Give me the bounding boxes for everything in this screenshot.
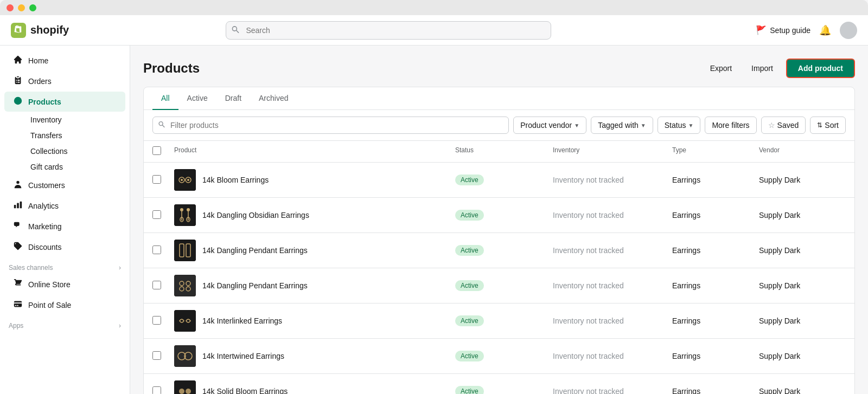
svg-point-27 bbox=[186, 389, 191, 394]
row-checkbox[interactable] bbox=[152, 316, 161, 325]
vendor-cell: Supply Dark bbox=[759, 352, 846, 360]
sidebar-item-transfers[interactable]: Transfers bbox=[26, 128, 125, 143]
svg-rect-22 bbox=[174, 345, 196, 367]
user-avatar[interactable] bbox=[840, 22, 857, 39]
products-table: Product Status Inventory Type Vendor 14k… bbox=[144, 141, 854, 394]
sidebar-item-collections[interactable]: Collections bbox=[26, 144, 125, 159]
status-cell: Active bbox=[455, 280, 553, 291]
svg-point-4 bbox=[181, 179, 183, 181]
more-filters-label: More filters bbox=[712, 121, 749, 130]
filter-products-input[interactable] bbox=[152, 117, 509, 134]
export-button[interactable]: Export bbox=[704, 60, 738, 77]
sort-button[interactable]: ⇅ Sort bbox=[810, 117, 846, 134]
sidebar-online-store-label: Online Store bbox=[28, 280, 71, 289]
sidebar-item-analytics[interactable]: Analytics bbox=[4, 196, 125, 216]
table-header: Product Status Inventory Type Vendor bbox=[144, 141, 854, 163]
inventory-cell: Inventory not tracked bbox=[553, 387, 672, 394]
svg-rect-25 bbox=[174, 380, 196, 394]
type-cell: Earrings bbox=[672, 246, 759, 255]
product-cell: 14k Intertwined Earrings bbox=[174, 345, 455, 367]
apps-label: Apps bbox=[9, 322, 23, 330]
status-cell: Active bbox=[455, 351, 553, 361]
discounts-icon bbox=[13, 241, 23, 253]
sidebar-item-gift-cards[interactable]: Gift cards bbox=[26, 159, 125, 175]
vendor-cell: Supply Dark bbox=[759, 317, 846, 325]
tab-draft[interactable]: Draft bbox=[216, 87, 250, 110]
product-tabs: All Active Draft Archived bbox=[144, 87, 854, 110]
product-name[interactable]: 14k Bloom Earrings bbox=[202, 176, 269, 184]
sidebar-item-point-of-sale[interactable]: Point of Sale bbox=[4, 295, 125, 315]
type-col-header: Type bbox=[672, 146, 759, 157]
row-checkbox-cell bbox=[152, 175, 174, 185]
sidebar-item-marketing[interactable]: Marketing bbox=[4, 216, 125, 236]
type-cell: Earrings bbox=[672, 387, 759, 394]
product-name[interactable]: 14k Dangling Pendant Earrings bbox=[202, 281, 308, 290]
select-all-checkbox[interactable] bbox=[152, 146, 161, 155]
status-badge: Active bbox=[455, 280, 484, 291]
close-button[interactable] bbox=[7, 4, 14, 11]
main-content: Products Export Import Add product All A… bbox=[130, 46, 868, 394]
tab-archived[interactable]: Archived bbox=[250, 87, 297, 110]
app-layout: Home Orders Products Inventory Transfers… bbox=[0, 46, 868, 394]
row-checkbox[interactable] bbox=[152, 386, 161, 395]
flag-icon: 🚩 bbox=[756, 25, 767, 35]
svg-point-26 bbox=[179, 389, 184, 394]
product-thumbnail bbox=[174, 380, 196, 394]
sidebar-item-products[interactable]: Products bbox=[4, 92, 125, 112]
sidebar-home-label: Home bbox=[28, 56, 48, 65]
point-of-sale-icon bbox=[13, 299, 23, 311]
product-name[interactable]: 14k Dangling Pendant Earrings bbox=[202, 246, 308, 255]
product-col-header: Product bbox=[174, 146, 455, 157]
marketing-icon bbox=[13, 221, 23, 232]
status-filter[interactable]: Status ▼ bbox=[658, 117, 701, 134]
row-checkbox-cell bbox=[152, 246, 174, 256]
apps-chevron: › bbox=[119, 322, 121, 330]
row-checkbox[interactable] bbox=[152, 175, 161, 184]
sidebar-item-customers[interactable]: Customers bbox=[4, 175, 125, 195]
vendor-filter-chevron-icon: ▼ bbox=[574, 122, 579, 128]
row-checkbox[interactable] bbox=[152, 246, 161, 254]
inventory-cell: Inventory not tracked bbox=[553, 246, 672, 255]
setup-guide-button[interactable]: 🚩 Setup guide bbox=[756, 25, 810, 35]
product-cell: 14k Interlinked Earrings bbox=[174, 310, 455, 332]
sales-channels-label: Sales channels bbox=[9, 264, 53, 272]
product-vendor-filter[interactable]: Product vendor ▼ bbox=[513, 117, 586, 134]
product-name[interactable]: 14k Interlinked Earrings bbox=[202, 317, 282, 325]
product-name[interactable]: 14k Intertwined Earrings bbox=[202, 352, 284, 360]
tab-active[interactable]: Active bbox=[178, 87, 216, 110]
product-name[interactable]: 14k Solid Bloom Earrings bbox=[202, 387, 288, 394]
sidebar-item-home[interactable]: Home bbox=[4, 50, 125, 70]
row-checkbox[interactable] bbox=[152, 210, 161, 219]
inventory-cell: Inventory not tracked bbox=[553, 352, 672, 360]
sidebar-item-discounts[interactable]: Discounts bbox=[4, 237, 125, 257]
add-product-button[interactable]: Add product bbox=[786, 59, 855, 78]
product-name[interactable]: 14k Dangling Obsidian Earrings bbox=[202, 211, 309, 219]
saved-filters-button[interactable]: ☆ Saved bbox=[761, 117, 806, 134]
minimize-button[interactable] bbox=[18, 4, 25, 11]
row-checkbox-cell bbox=[152, 281, 174, 291]
saved-label: Saved bbox=[777, 121, 799, 130]
sidebar-item-online-store[interactable]: Online Store bbox=[4, 274, 125, 294]
more-filters-button[interactable]: More filters bbox=[705, 117, 756, 134]
sidebar-item-inventory[interactable]: Inventory bbox=[26, 112, 125, 127]
svg-rect-6 bbox=[174, 204, 196, 226]
product-thumbnail bbox=[174, 310, 196, 332]
tagged-with-chevron-icon: ▼ bbox=[641, 122, 646, 128]
vendor-col-header: Vendor bbox=[759, 146, 846, 157]
product-thumbnail bbox=[174, 204, 196, 226]
filter-search-icon bbox=[158, 121, 165, 130]
product-thumbnail bbox=[174, 240, 196, 261]
tagged-with-filter[interactable]: Tagged with ▼ bbox=[591, 117, 653, 134]
maximize-button[interactable] bbox=[29, 4, 36, 11]
tab-all[interactable]: All bbox=[152, 87, 178, 110]
row-checkbox[interactable] bbox=[152, 281, 161, 289]
vendor-cell: Supply Dark bbox=[759, 176, 846, 184]
search-input[interactable] bbox=[226, 21, 551, 40]
sidebar-item-orders[interactable]: Orders bbox=[4, 71, 125, 91]
svg-point-10 bbox=[187, 208, 190, 211]
notification-bell-icon[interactable]: 🔔 bbox=[819, 24, 831, 36]
import-button[interactable]: Import bbox=[745, 60, 780, 77]
row-checkbox[interactable] bbox=[152, 351, 161, 360]
customers-icon bbox=[13, 179, 23, 191]
product-cell: 14k Dangling Obsidian Earrings bbox=[174, 204, 455, 226]
